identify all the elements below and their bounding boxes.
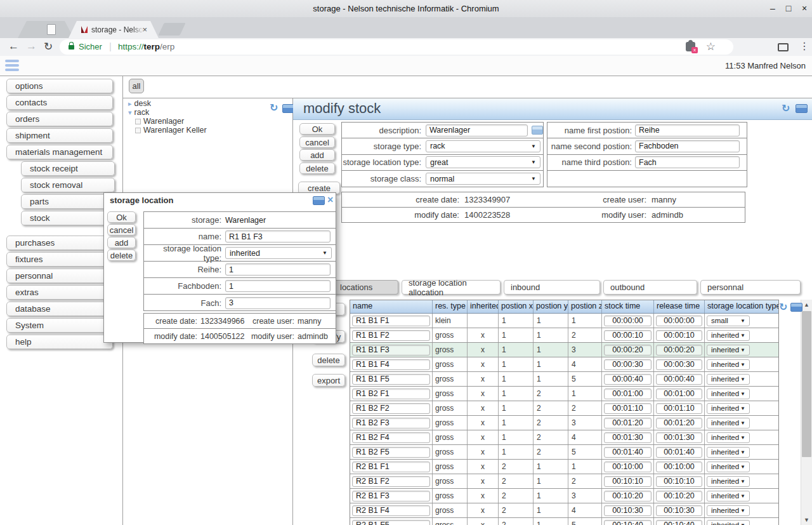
stock-time-input[interactable]: 00:00:10	[604, 330, 652, 341]
name-input[interactable]: R1 B2 F3	[352, 418, 430, 429]
stock-time-input[interactable]: 00:01:40	[604, 447, 652, 458]
column-header-name[interactable]: name	[350, 300, 433, 313]
field-drawer-icon[interactable]	[532, 126, 543, 135]
release-time-input[interactable]: 00:00:30	[656, 359, 702, 370]
ms-right-input-0[interactable]: Reihe	[635, 124, 740, 136]
dialog-cancel-button[interactable]: cancel	[107, 224, 136, 236]
sidebar-item-database[interactable]: database	[6, 302, 113, 316]
column-header-inherited[interactable]: inherited	[468, 300, 499, 313]
address-bar[interactable]: Sicher | https://terp/erp x ☆	[60, 39, 733, 55]
tab-personnal[interactable]: personnal	[700, 280, 801, 295]
column-header-postion-y[interactable]: postion y	[534, 300, 568, 313]
stock-time-input[interactable]: 00:10:20	[604, 491, 652, 502]
cancel-button[interactable]: cancel	[299, 136, 335, 148]
extension-icon[interactable]: x	[686, 42, 695, 51]
close-button[interactable]: ×	[797, 2, 811, 15]
ms-left-select-2[interactable]: great▼	[426, 156, 540, 168]
ms-left-select-1[interactable]: rack▼	[426, 140, 540, 152]
tree-filter-all-button[interactable]: all	[129, 79, 144, 93]
ok-button[interactable]: Ok	[299, 123, 335, 135]
sidebar-subitem-stock-receipt[interactable]: stock receipt	[21, 161, 115, 176]
hamburger-menu-icon[interactable]	[5, 60, 19, 73]
name-input[interactable]: R2 B1 F1	[352, 462, 430, 472]
sidebar-item-purchases[interactable]: purchases	[6, 236, 113, 250]
dialog-close-icon[interactable]: ×	[327, 194, 333, 206]
loc-type-select[interactable]: inherited▼	[707, 389, 750, 399]
release-time-input[interactable]: 00:01:20	[656, 418, 702, 429]
loc-type-select[interactable]: inherited▼	[707, 520, 750, 525]
tree-node-desk[interactable]: ▸desk	[128, 99, 151, 108]
scroll-down-icon[interactable]: ▼	[801, 515, 812, 525]
tree-node-rack[interactable]: ▾rack	[128, 108, 149, 117]
browser-tab-active[interactable]: storage - Nelson technisc ×	[69, 21, 159, 38]
name-input[interactable]: R1 B2 F4	[352, 432, 430, 443]
loc-type-select[interactable]: inherited▼	[707, 359, 750, 370]
sidebar-item-fixtures[interactable]: fixtures	[6, 252, 113, 267]
sidebar-item-help[interactable]: help	[6, 335, 113, 349]
stock-time-input[interactable]: 00:10:00	[604, 462, 652, 472]
panel-refresh-icon[interactable]: ↻	[782, 103, 790, 114]
name-input[interactable]: R1 B1 F2	[352, 330, 430, 341]
ms-right-input-1[interactable]: Fachboden	[635, 140, 740, 152]
name-input[interactable]: R1 B2 F5	[352, 447, 430, 458]
stock-time-input[interactable]: 00:10:40	[604, 520, 652, 525]
delete-button[interactable]: delete	[299, 163, 335, 174]
stock-time-input[interactable]: 00:01:20	[604, 418, 652, 429]
reload-button[interactable]: ↻	[44, 40, 53, 53]
sidebar-item-System[interactable]: System	[6, 318, 113, 333]
release-time-input[interactable]: 00:10:20	[656, 491, 702, 502]
stock-time-input[interactable]: 00:00:40	[604, 374, 652, 385]
scroll-up-icon[interactable]: ▲	[801, 300, 812, 310]
release-time-input[interactable]: 00:00:00	[656, 316, 702, 326]
tab-locations[interactable]: locations	[333, 280, 398, 295]
tab-storage-location-allocation[interactable]: storage location allocation	[402, 280, 501, 295]
loc-type-select[interactable]: inherited▼	[707, 476, 750, 487]
release-time-input[interactable]: 00:10:10	[656, 476, 702, 487]
stock-time-input[interactable]: 00:10:10	[604, 476, 652, 487]
tree-refresh-icon[interactable]: ↻	[270, 103, 278, 113]
sidebar-subitem-stock[interactable]: stock	[21, 211, 115, 225]
sidebar-item-contacts[interactable]: contacts	[6, 95, 113, 110]
loc-type-select[interactable]: inherited▼	[707, 491, 750, 502]
forward-button[interactable]: →	[26, 40, 37, 53]
stock-time-input[interactable]: 00:01:00	[604, 389, 652, 399]
dlg-input-1[interactable]: R1 B1 F3	[225, 230, 331, 243]
loc-type-select[interactable]: inherited▼	[707, 462, 750, 472]
tree-node-Warenlager-Keller[interactable]: Warenlager Keller	[135, 126, 207, 135]
sidebar-subitem-parts[interactable]: parts	[21, 194, 115, 209]
browser-menu-icon[interactable]: ⋮	[799, 40, 809, 52]
loc-type-select[interactable]: inherited▼	[707, 345, 750, 356]
stock-time-input[interactable]: 00:01:10	[604, 403, 652, 414]
name-input[interactable]: R1 B1 F4	[352, 359, 430, 370]
stock-time-input[interactable]: 00:10:30	[604, 505, 652, 516]
maximize-button[interactable]: □	[782, 2, 796, 15]
loc-type-select[interactable]: inherited▼	[707, 432, 750, 443]
name-input[interactable]: R2 B1 F5	[352, 520, 430, 525]
dialog-delete-button[interactable]: delete	[107, 249, 136, 261]
new-tab-button[interactable]	[158, 23, 185, 36]
release-time-input[interactable]: 00:10:30	[656, 505, 702, 516]
scrollbar-thumb[interactable]	[802, 311, 811, 457]
loc-type-select[interactable]: inherited▼	[707, 418, 750, 429]
sidebar-subitem-stock-removal[interactable]: stock removal	[21, 178, 115, 192]
dialog-ok-button[interactable]: Ok	[107, 211, 136, 223]
table-drawer-icon[interactable]	[790, 303, 802, 312]
release-time-input[interactable]: 00:00:10	[656, 330, 702, 341]
tab-inbound[interactable]: inbound	[504, 280, 600, 295]
dlg-input-5[interactable]: 3	[225, 297, 331, 309]
stock-time-input[interactable]: 00:01:30	[604, 432, 652, 443]
name-input[interactable]: R2 B1 F3	[352, 491, 430, 502]
release-time-input[interactable]: 00:10:00	[656, 462, 702, 472]
name-input[interactable]: R2 B1 F2	[352, 476, 430, 487]
dialog-add-button[interactable]: add	[107, 237, 136, 248]
tree-node-Warenlager[interactable]: Warenlager	[135, 117, 184, 126]
table-delete-button[interactable]: delete	[312, 354, 345, 366]
column-header-postion-x[interactable]: postion x	[499, 300, 534, 313]
minimize-button[interactable]: –	[766, 2, 780, 15]
stock-time-input[interactable]: 00:00:20	[604, 345, 652, 356]
sidebar-item-extras[interactable]: extras	[6, 285, 113, 300]
ms-left-select-3[interactable]: normal▼	[426, 173, 540, 185]
column-header-res-type[interactable]: res. type	[433, 300, 468, 313]
table-scrollbar[interactable]: ▲ ▼	[801, 300, 812, 525]
dialog-drawer-icon[interactable]	[313, 196, 325, 205]
